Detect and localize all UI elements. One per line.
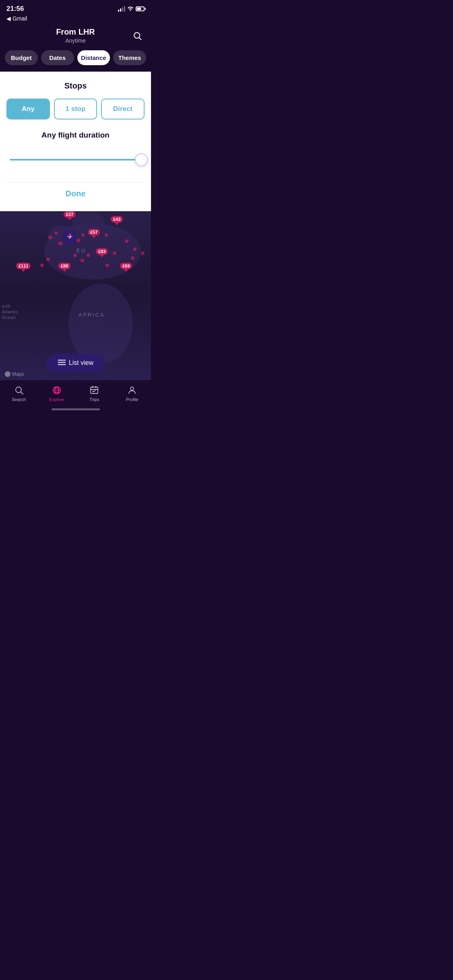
header-subtitle: Anytime bbox=[21, 37, 130, 44]
cluster-dot-18 bbox=[40, 264, 44, 267]
cluster-dot-15 bbox=[113, 251, 116, 255]
back-button[interactable]: ◀ Gmail bbox=[6, 15, 145, 22]
cluster-dot-5 bbox=[77, 239, 80, 242]
price-label-83: £83 bbox=[96, 248, 108, 255]
search-nav-icon bbox=[14, 385, 24, 395]
profile-nav-icon bbox=[127, 385, 137, 395]
stop-any-button[interactable]: Any bbox=[6, 99, 50, 119]
duration-slider[interactable] bbox=[6, 152, 145, 168]
nav-explore[interactable]: Explore bbox=[45, 385, 69, 402]
price-label-111: £111 bbox=[16, 263, 31, 269]
cluster-dot-10 bbox=[141, 251, 145, 255]
tab-themes[interactable]: Themes bbox=[113, 50, 146, 65]
tab-distance[interactable]: Distance bbox=[77, 50, 110, 65]
wifi-icon bbox=[127, 6, 134, 12]
nav-trips[interactable]: Trips bbox=[82, 385, 106, 402]
stops-title: Stops bbox=[6, 81, 145, 91]
cluster-dot-11 bbox=[131, 256, 134, 260]
signal-icon bbox=[118, 6, 125, 12]
cluster-dot-17 bbox=[46, 257, 50, 261]
svg-rect-8 bbox=[58, 364, 66, 365]
header-center: From LHR Anytime bbox=[21, 27, 130, 44]
map-label-europe: EU bbox=[77, 247, 86, 253]
nav-trips-label: Trips bbox=[89, 397, 99, 402]
price-pin-111[interactable]: £111 bbox=[16, 263, 31, 272]
explore-nav-icon bbox=[52, 385, 62, 395]
trips-nav-icon bbox=[89, 385, 99, 395]
price-pin-83[interactable]: £83 bbox=[96, 248, 108, 257]
filter-tabs: Budget Dates Distance Themes bbox=[0, 50, 151, 72]
price-label-37: £37 bbox=[64, 211, 76, 218]
maps-label: Maps bbox=[12, 371, 24, 377]
slider-thumb[interactable] bbox=[135, 153, 148, 166]
price-pin-37[interactable]: £37 bbox=[64, 211, 76, 220]
price-pin-43[interactable]: £43 bbox=[111, 216, 123, 225]
price-pin-57[interactable]: £57 bbox=[88, 229, 100, 238]
map-label-ocean: orth Atlantic Ocean bbox=[2, 304, 19, 321]
svg-rect-16 bbox=[91, 387, 98, 393]
svg-line-10 bbox=[21, 392, 23, 395]
cluster-dot-16 bbox=[105, 264, 109, 267]
search-icon bbox=[132, 31, 142, 41]
nav-profile-label: Profile bbox=[126, 397, 139, 402]
stops-options: Any 1 stop Direct bbox=[6, 99, 145, 119]
list-icon bbox=[58, 360, 66, 366]
price-pin-69[interactable]: £69 bbox=[120, 263, 132, 272]
cluster-dot-13 bbox=[81, 259, 84, 262]
map-section: EU AFRICA orth Atlantic Ocean ✈ £43 £57 … bbox=[0, 211, 151, 380]
price-label-57: £57 bbox=[88, 229, 100, 235]
cluster-dot-12 bbox=[73, 253, 77, 257]
cluster-dot-3 bbox=[58, 241, 62, 245]
svg-point-3 bbox=[68, 284, 133, 364]
header: From LHR Anytime bbox=[0, 24, 151, 50]
list-view-label: List view bbox=[69, 359, 93, 366]
cluster-dot-6 bbox=[81, 233, 85, 237]
search-button[interactable] bbox=[130, 29, 145, 43]
cluster-dot-14 bbox=[87, 253, 90, 257]
price-label-88: £88 bbox=[58, 263, 70, 269]
stop-one-button[interactable]: 1 stop bbox=[54, 99, 97, 119]
home-indicator bbox=[0, 405, 151, 415]
svg-point-0 bbox=[134, 33, 140, 38]
back-navigation: ◀ Gmail bbox=[0, 14, 151, 24]
duration-title: Any flight duration bbox=[6, 131, 145, 140]
status-time: 21:56 bbox=[6, 5, 24, 13]
tab-dates[interactable]: Dates bbox=[41, 50, 74, 65]
done-button[interactable]: Done bbox=[6, 182, 145, 205]
price-pin-88[interactable]: £88 bbox=[58, 263, 70, 272]
status-icons bbox=[118, 6, 145, 12]
price-label-69: £69 bbox=[120, 263, 132, 269]
cluster-dot-2 bbox=[54, 231, 58, 235]
nav-profile[interactable]: Profile bbox=[120, 385, 144, 402]
cluster-dot-4 bbox=[68, 233, 72, 237]
page-title: From LHR bbox=[21, 27, 130, 37]
apple-icon bbox=[5, 371, 10, 377]
cluster-dot-9 bbox=[133, 247, 137, 251]
battery-icon bbox=[136, 6, 145, 11]
stop-direct-button[interactable]: Direct bbox=[101, 99, 145, 119]
svg-rect-6 bbox=[58, 360, 66, 361]
main-card: Stops Any 1 stop Direct Any flight durat… bbox=[0, 72, 151, 211]
home-bar bbox=[52, 408, 100, 410]
svg-point-17 bbox=[130, 387, 134, 390]
svg-rect-7 bbox=[58, 362, 66, 363]
cluster-dot-8 bbox=[125, 239, 128, 243]
cluster-dot-7 bbox=[105, 233, 108, 237]
bottom-navigation: Search Explore Trips bbox=[0, 380, 151, 405]
map-label-africa: AFRICA bbox=[79, 312, 105, 318]
origin-pin: ✈ bbox=[62, 229, 77, 244]
maps-badge: Maps bbox=[5, 371, 24, 377]
status-bar: 21:56 bbox=[0, 0, 151, 14]
nav-search-label: Search bbox=[12, 397, 26, 402]
list-view-button[interactable]: List view bbox=[46, 354, 105, 372]
nav-search[interactable]: Search bbox=[7, 385, 31, 402]
cluster-dot-1 bbox=[48, 235, 52, 239]
price-label-43: £43 bbox=[111, 216, 123, 222]
slider-track bbox=[10, 159, 141, 161]
svg-line-1 bbox=[139, 37, 142, 40]
nav-explore-label: Explore bbox=[49, 397, 64, 402]
tab-budget[interactable]: Budget bbox=[5, 50, 38, 65]
